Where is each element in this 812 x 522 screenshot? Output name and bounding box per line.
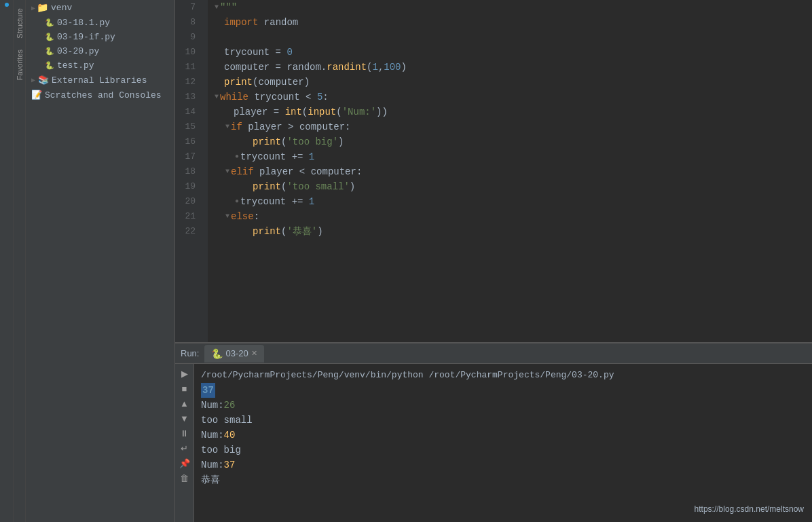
console-command-line: /root/PycharmProjects/Peng/venv/bin/pyth… [201, 368, 805, 383]
code-line-20: ● trycount += 1 [215, 194, 805, 209]
code-line-10: trycount = 0 [215, 45, 805, 60]
folder-icon: 📁 [37, 2, 48, 14]
var-player: player [234, 105, 267, 119]
collapse-arrow-icon: ▶ [31, 4, 35, 12]
fold-icon-20[interactable]: ● [235, 194, 239, 209]
kw-if: if [231, 119, 242, 134]
left-vertical-labels: Structure Favorites [14, 0, 26, 522]
console-too-small: too small [201, 413, 253, 428]
py-file-icon-4: 🐍 [45, 61, 54, 70]
line-num-14: 14 [182, 105, 201, 119]
fold-icon-13[interactable]: ▼ [215, 90, 219, 105]
kw-else: else [231, 209, 254, 224]
fold-icon-21[interactable]: ▼ [225, 209, 229, 224]
code-line-12: print ( computer ) [215, 75, 805, 90]
sidebar-item-ext-libraries[interactable]: ▶ 📚 External Libraries [26, 73, 174, 88]
console-label-num-2: Num: [201, 428, 224, 443]
console-output-line-4: Num: 40 [201, 428, 805, 443]
indicator-dot [5, 3, 9, 7]
line-num-7: 7 [182, 0, 201, 15]
run-down-btn[interactable]: ▼ [178, 411, 191, 425]
fold-icon-7[interactable]: ▼ [215, 0, 219, 15]
var-trycount: trycount [224, 45, 270, 60]
line-num-13: 13 [182, 90, 201, 105]
string-quotes-7: """ [220, 0, 237, 15]
favorites-label[interactable]: Favorites [14, 44, 25, 86]
fn-print-22: print [253, 224, 281, 239]
code-content[interactable]: ▼ """ import random trycount = [208, 0, 812, 342]
code-editor[interactable]: 7 8 9 10 11 12 13 14 15 16 17 18 19 20 2… [175, 0, 812, 342]
console-output-line-6: Num: 37 [201, 458, 805, 472]
code-line-19: print ( 'too small' ) [215, 179, 805, 194]
run-pin-btn[interactable]: 📌 [178, 456, 191, 470]
sidebar-item-venv[interactable]: ▶ 📁 venv [26, 0, 174, 16]
num-0: 0 [287, 45, 292, 60]
line-num-12: 12 [182, 75, 201, 90]
scratch-icon: 📝 [31, 90, 42, 100]
sidebar-item-file-1[interactable]: 🐍 03-18.1.py [26, 16, 174, 30]
str-toosmall: 'too small' [287, 179, 349, 194]
run-pause-btn[interactable]: ⏸ [178, 426, 191, 440]
fold-icon-15[interactable]: ▼ [225, 119, 229, 134]
sidebar-item-file-3[interactable]: 🐍 03-20.py [26, 44, 174, 58]
run-tab-close-btn[interactable]: ✕ [251, 349, 257, 358]
file-label-2: 03-19-if.py [57, 32, 115, 42]
fn-print-16: print [253, 134, 281, 149]
console-too-big: too big [201, 443, 241, 458]
console-output-line-1: 37 [201, 383, 805, 398]
line-num-8: 8 [182, 15, 201, 30]
file-tree-sidebar: ▶ 📁 venv 🐍 03-18.1.py 🐍 03-19-if.py 🐍 03… [26, 0, 175, 522]
num-1-17: 1 [309, 149, 314, 164]
run-up-btn[interactable]: ▲ [178, 396, 191, 410]
bottom-run-panel: Run: 🐍 03-20 ✕ ▶ ■ ▲ ▼ ⏸ ↵ 📌 � [175, 342, 812, 522]
run-tab-py-icon: 🐍 [211, 348, 223, 359]
var-computer: computer [224, 60, 270, 75]
code-line-18: ▼ elif player < computer : [215, 164, 805, 179]
line-num-10: 10 [182, 45, 201, 60]
run-tab-active[interactable]: 🐍 03-20 ✕ [204, 345, 263, 362]
console-num-37: 37 [201, 383, 215, 398]
py-file-icon-1: 🐍 [45, 18, 54, 27]
var-computer-18: computer [311, 164, 356, 179]
far-left-strip [0, 0, 14, 522]
console-output: /root/PycharmProjects/Peng/venv/bin/pyth… [194, 364, 812, 522]
code-line-13: ▼ while trycount < 5 : [215, 90, 805, 105]
code-line-22: print ( '恭喜' ) [215, 224, 805, 239]
line-num-18: 18 [182, 164, 201, 179]
blog-url-text: https://blog.csdn.net/meltsnow [695, 504, 804, 514]
run-tab-name: 03-20 [225, 348, 248, 358]
fn-print-12: print [224, 75, 253, 90]
console-congrats: 恭喜 [201, 472, 220, 487]
run-stop-btn[interactable]: ■ [178, 381, 191, 395]
sidebar-item-file-4[interactable]: 🐍 test.py [26, 58, 174, 73]
sidebar-item-scratches[interactable]: 📝 Scratches and Consoles [26, 88, 174, 102]
var-computer-15: computer [299, 119, 345, 134]
code-line-7: ▼ """ [215, 0, 805, 15]
run-wrap-btn[interactable]: ↵ [178, 441, 191, 455]
str-num: 'Num:' [342, 105, 376, 119]
fold-icon-17[interactable]: ● [235, 149, 239, 164]
console-output-line-2: Num: 26 [201, 398, 805, 413]
file-label-3: 03-20.py [57, 46, 99, 56]
code-line-11: computer = random . randint ( 1 , 100 ) [215, 60, 805, 75]
fold-icon-18[interactable]: ▼ [225, 164, 229, 179]
num-5: 5 [317, 90, 322, 105]
structure-label[interactable]: Structure [14, 3, 25, 44]
file-label-4: test.py [57, 60, 94, 71]
py-file-icon-2: 🐍 [45, 33, 54, 41]
console-label-num-3: Num: [201, 458, 224, 472]
run-play-btn[interactable]: ▶ [178, 367, 191, 380]
line-num-22: 22 [182, 224, 201, 239]
run-trash-btn[interactable]: 🗑 [178, 471, 191, 485]
sidebar-item-file-2[interactable]: 🐍 03-19-if.py [26, 30, 174, 44]
var-player-18: player [259, 164, 293, 179]
run-label: Run: [181, 348, 199, 358]
fn-randint: randint [327, 60, 367, 75]
fn-input: input [308, 105, 336, 119]
fn-print-19: print [253, 179, 281, 194]
line-num-21: 21 [182, 209, 201, 224]
console-cmd-text: /root/PycharmProjects/Peng/venv/bin/pyth… [201, 368, 614, 383]
run-content-area: ▶ ■ ▲ ▼ ⏸ ↵ 📌 🗑 /root/PycharmProjects/Pe… [175, 364, 812, 522]
fn-int: int [285, 105, 302, 119]
console-val-26: 26 [224, 398, 236, 413]
